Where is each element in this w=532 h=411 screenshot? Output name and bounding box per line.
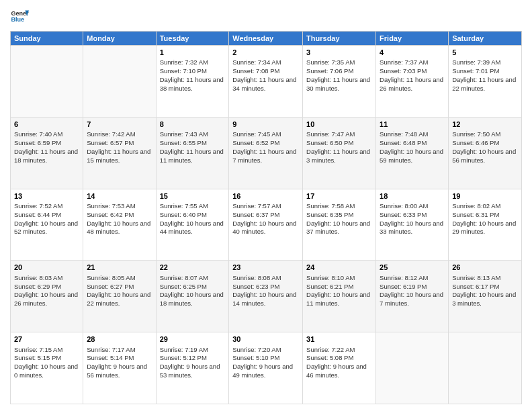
day-info: Sunrise: 7:43 AM Sunset: 6:55 PM Dayligh… — [160, 130, 226, 165]
day-number: 4 — [380, 48, 445, 58]
day-info: Sunrise: 8:07 AM Sunset: 6:25 PM Dayligh… — [160, 274, 226, 308]
weekday-sunday: Sunday — [11, 32, 83, 46]
day-number: 18 — [380, 191, 445, 201]
day-number: 13 — [14, 191, 79, 201]
logo-icon: General Blue — [10, 7, 29, 26]
logo: General Blue — [10, 7, 29, 26]
calendar-cell: 6Sunrise: 7:40 AM Sunset: 6:59 PM Daylig… — [11, 117, 83, 189]
day-info: Sunrise: 7:15 AM Sunset: 5:15 PM Dayligh… — [14, 346, 79, 380]
calendar-cell: 22Sunrise: 8:07 AM Sunset: 6:25 PM Dayli… — [156, 261, 229, 332]
calendar-cell: 17Sunrise: 7:58 AM Sunset: 6:35 PM Dayli… — [303, 189, 376, 261]
calendar-cell: 8Sunrise: 7:43 AM Sunset: 6:55 PM Daylig… — [156, 117, 229, 189]
day-number: 25 — [380, 263, 445, 273]
day-number: 31 — [306, 334, 372, 345]
calendar-cell: 12Sunrise: 7:50 AM Sunset: 6:46 PM Dayli… — [449, 117, 522, 189]
calendar-cell: 16Sunrise: 7:57 AM Sunset: 6:37 PM Dayli… — [229, 189, 303, 261]
page: General Blue SundayMondayTuesdayWednesda… — [0, 0, 532, 411]
day-info: Sunrise: 7:34 AM Sunset: 7:08 PM Dayligh… — [232, 58, 299, 93]
day-number: 9 — [232, 120, 299, 130]
day-info: Sunrise: 8:13 AM Sunset: 6:17 PM Dayligh… — [452, 274, 518, 308]
calendar-cell: 25Sunrise: 8:12 AM Sunset: 6:19 PM Dayli… — [376, 261, 449, 332]
calendar-cell: 28Sunrise: 7:17 AM Sunset: 5:14 PM Dayli… — [83, 332, 156, 404]
calendar-cell: 30Sunrise: 7:20 AM Sunset: 5:10 PM Dayli… — [229, 332, 303, 404]
day-info: Sunrise: 7:47 AM Sunset: 6:50 PM Dayligh… — [306, 130, 372, 165]
day-number: 7 — [87, 120, 152, 130]
day-number: 22 — [160, 263, 226, 273]
weekday-header-row: SundayMondayTuesdayWednesdayThursdayFrid… — [11, 32, 522, 46]
day-number: 6 — [14, 120, 79, 130]
week-row-1: 1Sunrise: 7:32 AM Sunset: 7:10 PM Daylig… — [11, 46, 522, 118]
day-info: Sunrise: 7:52 AM Sunset: 6:44 PM Dayligh… — [14, 202, 79, 236]
day-number: 1 — [160, 48, 226, 58]
day-number: 17 — [306, 191, 372, 201]
day-number: 8 — [160, 120, 226, 130]
calendar-cell — [83, 46, 156, 118]
day-number: 26 — [452, 263, 518, 273]
calendar-cell: 4Sunrise: 7:37 AM Sunset: 7:03 PM Daylig… — [376, 46, 449, 118]
calendar-cell: 23Sunrise: 8:08 AM Sunset: 6:23 PM Dayli… — [229, 261, 303, 332]
day-info: Sunrise: 7:40 AM Sunset: 6:59 PM Dayligh… — [14, 130, 79, 165]
calendar-cell: 27Sunrise: 7:15 AM Sunset: 5:15 PM Dayli… — [11, 332, 83, 404]
calendar-cell: 20Sunrise: 8:03 AM Sunset: 6:29 PM Dayli… — [11, 261, 83, 332]
day-number: 27 — [14, 334, 79, 345]
day-number: 2 — [232, 48, 299, 58]
day-info: Sunrise: 8:02 AM Sunset: 6:31 PM Dayligh… — [452, 202, 518, 236]
day-number: 23 — [232, 263, 299, 273]
day-number: 24 — [306, 263, 372, 273]
day-number: 28 — [87, 334, 152, 345]
calendar-cell: 13Sunrise: 7:52 AM Sunset: 6:44 PM Dayli… — [11, 189, 83, 261]
calendar-cell: 2Sunrise: 7:34 AM Sunset: 7:08 PM Daylig… — [229, 46, 303, 118]
day-info: Sunrise: 7:45 AM Sunset: 6:52 PM Dayligh… — [232, 130, 299, 165]
day-info: Sunrise: 7:48 AM Sunset: 6:48 PM Dayligh… — [380, 130, 445, 165]
day-number: 21 — [87, 263, 152, 273]
week-row-5: 27Sunrise: 7:15 AM Sunset: 5:15 PM Dayli… — [11, 332, 522, 404]
week-row-2: 6Sunrise: 7:40 AM Sunset: 6:59 PM Daylig… — [11, 117, 522, 189]
calendar-cell: 11Sunrise: 7:48 AM Sunset: 6:48 PM Dayli… — [376, 117, 449, 189]
day-number: 14 — [87, 191, 152, 201]
day-info: Sunrise: 8:05 AM Sunset: 6:27 PM Dayligh… — [87, 274, 152, 308]
day-info: Sunrise: 7:20 AM Sunset: 5:10 PM Dayligh… — [232, 346, 299, 380]
calendar-cell: 19Sunrise: 8:02 AM Sunset: 6:31 PM Dayli… — [449, 189, 522, 261]
day-number: 29 — [160, 334, 226, 345]
day-info: Sunrise: 8:03 AM Sunset: 6:29 PM Dayligh… — [14, 274, 79, 308]
day-number: 20 — [14, 263, 79, 273]
week-row-4: 20Sunrise: 8:03 AM Sunset: 6:29 PM Dayli… — [11, 261, 522, 332]
calendar-cell: 7Sunrise: 7:42 AM Sunset: 6:57 PM Daylig… — [83, 117, 156, 189]
calendar-table: SundayMondayTuesdayWednesdayThursdayFrid… — [10, 31, 522, 404]
calendar-cell: 18Sunrise: 8:00 AM Sunset: 6:33 PM Dayli… — [376, 189, 449, 261]
calendar-cell: 3Sunrise: 7:35 AM Sunset: 7:06 PM Daylig… — [303, 46, 376, 118]
calendar-cell: 31Sunrise: 7:22 AM Sunset: 5:08 PM Dayli… — [303, 332, 376, 404]
day-info: Sunrise: 7:32 AM Sunset: 7:10 PM Dayligh… — [160, 58, 226, 93]
day-info: Sunrise: 7:58 AM Sunset: 6:35 PM Dayligh… — [306, 202, 372, 236]
calendar-cell: 14Sunrise: 7:53 AM Sunset: 6:42 PM Dayli… — [83, 189, 156, 261]
day-info: Sunrise: 7:53 AM Sunset: 6:42 PM Dayligh… — [87, 202, 152, 236]
calendar-cell: 10Sunrise: 7:47 AM Sunset: 6:50 PM Dayli… — [303, 117, 376, 189]
calendar-cell: 29Sunrise: 7:19 AM Sunset: 5:12 PM Dayli… — [156, 332, 229, 404]
weekday-wednesday: Wednesday — [229, 32, 303, 46]
week-row-3: 13Sunrise: 7:52 AM Sunset: 6:44 PM Dayli… — [11, 189, 522, 261]
calendar-cell: 26Sunrise: 8:13 AM Sunset: 6:17 PM Dayli… — [449, 261, 522, 332]
day-info: Sunrise: 7:57 AM Sunset: 6:37 PM Dayligh… — [232, 202, 299, 236]
day-number: 5 — [452, 48, 518, 58]
day-number: 15 — [160, 191, 226, 201]
day-info: Sunrise: 7:19 AM Sunset: 5:12 PM Dayligh… — [160, 346, 226, 380]
calendar-cell: 5Sunrise: 7:39 AM Sunset: 7:01 PM Daylig… — [449, 46, 522, 118]
day-info: Sunrise: 8:00 AM Sunset: 6:33 PM Dayligh… — [380, 202, 445, 236]
weekday-monday: Monday — [83, 32, 156, 46]
day-info: Sunrise: 8:12 AM Sunset: 6:19 PM Dayligh… — [380, 274, 445, 308]
day-info: Sunrise: 7:50 AM Sunset: 6:46 PM Dayligh… — [452, 130, 518, 165]
calendar-cell: 24Sunrise: 8:10 AM Sunset: 6:21 PM Dayli… — [303, 261, 376, 332]
weekday-saturday: Saturday — [449, 32, 522, 46]
day-number: 10 — [306, 120, 372, 130]
day-number: 30 — [232, 334, 299, 345]
calendar-cell — [376, 332, 449, 404]
header: General Blue — [10, 7, 522, 26]
day-info: Sunrise: 8:10 AM Sunset: 6:21 PM Dayligh… — [306, 274, 372, 308]
weekday-tuesday: Tuesday — [156, 32, 229, 46]
calendar-cell: 15Sunrise: 7:55 AM Sunset: 6:40 PM Dayli… — [156, 189, 229, 261]
svg-text:Blue: Blue — [11, 16, 24, 23]
day-info: Sunrise: 7:42 AM Sunset: 6:57 PM Dayligh… — [87, 130, 152, 165]
weekday-friday: Friday — [376, 32, 449, 46]
day-number: 3 — [306, 48, 372, 58]
weekday-thursday: Thursday — [303, 32, 376, 46]
